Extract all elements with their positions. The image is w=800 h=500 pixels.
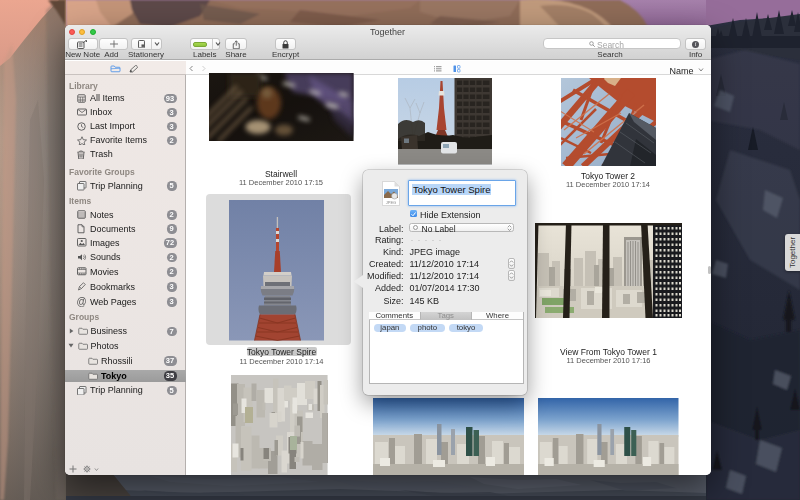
svg-text:JPEG: JPEG bbox=[386, 199, 396, 204]
